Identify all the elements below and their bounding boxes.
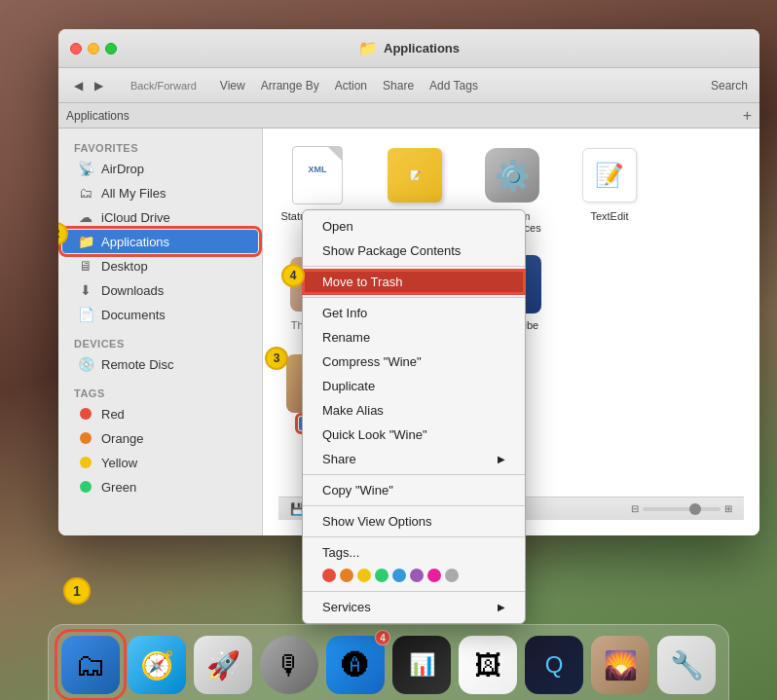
close-button[interactable] <box>70 43 82 55</box>
tag-green-label: Green <box>101 480 136 495</box>
dock-item-tools[interactable]: 🔧 <box>655 634 718 696</box>
nav-buttons: ◀ ▶ <box>70 77 107 94</box>
toolbar-items: View Arrange By Action Share Add Tags <box>220 79 478 92</box>
tag-dot-red[interactable] <box>322 569 336 582</box>
arrange-button[interactable]: Arrange By <box>261 79 319 92</box>
action-button[interactable]: Action <box>335 79 367 92</box>
sidebar-item-tag-orange[interactable]: Orange <box>62 426 258 450</box>
context-menu: Open Show Package Contents 4 Move to Tra… <box>302 209 526 624</box>
ctx-quick-look[interactable]: Quick Look "Wine" <box>303 423 525 447</box>
ctx-compress[interactable]: Compress "Wine" <box>303 350 525 374</box>
sidebar-item-all-my-files[interactable]: 🗂 All My Files <box>62 181 258 204</box>
ctx-copy[interactable]: Copy "Wine" <box>303 478 525 502</box>
dock-item-photos[interactable]: 🖼 <box>457 634 519 696</box>
folder-icon: 📁 <box>358 39 378 57</box>
ctx-open[interactable]: Open <box>303 214 525 239</box>
tag-orange-label: Orange <box>101 431 143 446</box>
documents-label: Documents <box>101 308 166 322</box>
tags-button[interactable]: Add Tags <box>429 79 478 92</box>
services-arrow: ▶ <box>498 602 505 612</box>
share-button[interactable]: Share <box>383 79 414 92</box>
forward-button[interactable]: ▶ <box>91 77 107 94</box>
back-button[interactable]: ◀ <box>70 77 87 94</box>
all-my-files-icon: 🗂 <box>78 185 93 201</box>
view-button[interactable]: View <box>220 79 245 92</box>
sidebar-item-airdrop[interactable]: 📡 AirDrop <box>62 157 258 180</box>
ctx-make-alias[interactable]: Make Alias <box>303 398 525 423</box>
dock-item-photo-viewer[interactable]: 🌄 <box>589 634 651 696</box>
sidebar: Favorites 📡 AirDrop 🗂 All My Files ☁ iCl… <box>58 129 263 535</box>
applications-icon: 📁 <box>78 234 93 249</box>
back-forward-label: Back/Forward <box>127 78 201 93</box>
add-tab-button[interactable]: + <box>743 107 752 125</box>
photo-viewer-icon: 🌄 <box>591 636 649 694</box>
ctx-rename[interactable]: Rename <box>303 325 525 350</box>
file-label-textedit: TextEdit <box>590 210 628 222</box>
devices-label: Devices <box>58 334 262 351</box>
sidebar-item-tag-red[interactable]: Red <box>62 402 258 425</box>
activity-monitor-icon: 📊 <box>392 636 451 694</box>
ctx-duplicate[interactable]: Duplicate <box>303 374 525 398</box>
textedit-icon: 📝 <box>582 148 637 203</box>
tag-dot-yellow[interactable] <box>357 569 371 582</box>
siri-icon: 🎙 <box>260 636 318 694</box>
sidebar-item-documents[interactable]: 📄 Documents <box>62 303 258 326</box>
sidebar-item-desktop[interactable]: 🖥 Desktop <box>62 254 258 277</box>
sidebar-item-downloads[interactable]: ⬇ Downloads <box>62 278 258 302</box>
downloads-label: Downloads <box>101 283 164 298</box>
tag-dot-purple[interactable] <box>410 569 424 582</box>
dock-item-qreate[interactable]: Q <box>523 634 585 696</box>
dock-item-activity-monitor[interactable]: 📊 <box>390 634 453 696</box>
tag-red-label: Red <box>101 407 125 422</box>
tag-color-dots <box>303 565 525 588</box>
finder-icon: 🗂 <box>61 636 120 694</box>
tag-dot-blue[interactable] <box>392 569 406 582</box>
ctx-get-info[interactable]: Get Info <box>303 301 525 325</box>
dock-item-siri[interactable]: 🎙 <box>258 634 320 696</box>
ctx-sep-5 <box>303 536 525 537</box>
sidebar-item-icloud[interactable]: ☁ iCloud Drive <box>62 205 258 229</box>
sidebar-item-tag-green[interactable]: Green <box>62 475 258 498</box>
tag-dot-green[interactable] <box>375 569 388 582</box>
sidebar-item-tag-yellow[interactable]: Yellow <box>62 451 258 474</box>
ctx-services[interactable]: Services ▶ <box>303 595 525 619</box>
tab-title: Applications <box>66 109 130 123</box>
ctx-tags[interactable]: Tags... <box>303 540 525 565</box>
tags-section-label: Tags <box>58 384 262 401</box>
dock-item-launchpad[interactable]: 🚀 <box>192 634 254 696</box>
title-bar: 📁 Applications <box>58 29 759 68</box>
dock-item-appstore[interactable]: 🅐 4 <box>324 634 387 696</box>
ctx-sep-2 <box>303 297 525 298</box>
zoom-slider[interactable]: ⊟ ⊞ <box>631 503 732 514</box>
minimize-button[interactable] <box>88 43 99 55</box>
file-item-textedit[interactable]: 📝 TextEdit <box>571 144 648 234</box>
badge-1: 1 <box>63 577 91 605</box>
desktop-icon: 🖥 <box>78 258 93 274</box>
ctx-share[interactable]: Share ▶ <box>303 447 525 471</box>
airdrop-icon: 📡 <box>78 161 93 176</box>
tag-dot-orange[interactable] <box>340 569 353 582</box>
desktop-label: Desktop <box>101 259 148 274</box>
ctx-show-package[interactable]: Show Package Contents <box>303 239 525 263</box>
favorites-label: Favorites <box>58 138 262 156</box>
tag-dot-pink[interactable] <box>427 569 441 582</box>
share-arrow: ▶ <box>498 454 505 464</box>
rocket-icon: 🚀 <box>194 636 252 694</box>
dock-item-finder[interactable]: 🗂 <box>59 634 122 696</box>
xml-file-icon: XML <box>292 146 343 204</box>
sidebar-item-remote-disc[interactable]: 💿 Remote Disc <box>62 352 258 376</box>
appstore-icon: 🅐 <box>326 636 385 694</box>
tag-dot-gray[interactable] <box>445 569 459 582</box>
dock: 🗂 🧭 🚀 🎙 🅐 4 📊 🖼 Q 🌄 🔧 <box>0 614 777 700</box>
maximize-button[interactable] <box>105 43 117 55</box>
tab-bar: Applications + <box>58 103 759 129</box>
ctx-move-trash[interactable]: 4 Move to Trash <box>303 270 525 294</box>
ctx-sep-6 <box>303 591 525 592</box>
dock-item-safari[interactable]: 🧭 <box>126 634 188 696</box>
toolbar: ◀ ▶ Back/Forward View Arrange By Action … <box>58 68 759 103</box>
sidebar-item-applications[interactable]: 📁 Applications 2 <box>62 230 258 253</box>
search-button[interactable]: Search <box>711 79 748 92</box>
qreate-icon: Q <box>525 636 583 694</box>
documents-icon: 📄 <box>78 307 93 322</box>
ctx-view-options[interactable]: Show View Options <box>303 509 525 534</box>
